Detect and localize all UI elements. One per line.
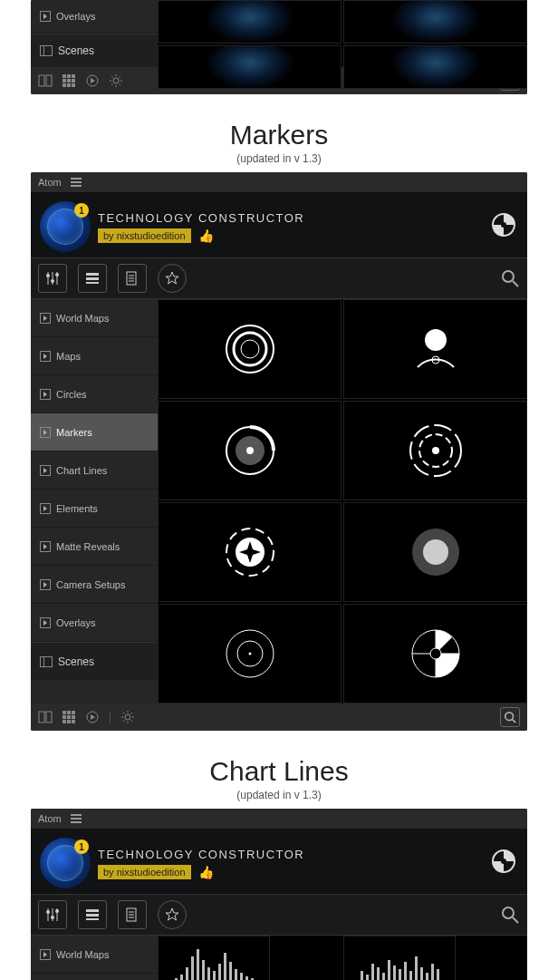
thumbnail[interactable]: [343, 936, 456, 980]
svg-point-92: [55, 909, 59, 913]
play-icon: [40, 351, 51, 362]
sidebar-item-maps[interactable]: Maps: [31, 337, 158, 375]
svg-rect-93: [86, 909, 99, 912]
sidebar-item-camera-setups[interactable]: Camera Setups: [31, 566, 158, 604]
star-button[interactable]: [158, 900, 187, 929]
play-circle-icon[interactable]: [85, 710, 100, 724]
thumbs-up-icon[interactable]: 👍: [198, 228, 214, 243]
svg-point-29: [51, 279, 54, 283]
sidebar-item-label: Chart Lines: [56, 465, 107, 476]
thumbnail[interactable]: [343, 604, 527, 703]
svg-point-57: [248, 653, 251, 655]
notification-badge: 1: [74, 203, 89, 218]
menu-icon[interactable]: [71, 814, 82, 823]
sidebar-item-world-maps[interactable]: World Maps: [31, 936, 158, 974]
sliders-icon: [44, 270, 61, 286]
thumbnail[interactable]: [343, 0, 527, 44]
svg-rect-32: [86, 277, 99, 280]
document-icon: [124, 270, 140, 286]
play-circle-icon[interactable]: [85, 73, 100, 88]
svg-point-86: [501, 859, 506, 864]
markers-panel: Atom 1 TECHNOLOGY CONSTRUCTOR by nixstud…: [31, 172, 527, 731]
sidebar-item-label: Maps: [56, 351, 81, 362]
svg-point-30: [55, 273, 59, 277]
gear-icon[interactable]: [120, 710, 135, 724]
grid-icon[interactable]: [62, 710, 76, 724]
svg-point-47: [246, 447, 254, 454]
svg-rect-31: [86, 273, 99, 276]
svg-rect-95: [86, 918, 99, 920]
brand-logo: 1: [40, 201, 91, 252]
sidebar-item-world-maps[interactable]: World Maps: [31, 299, 158, 337]
sliders-button[interactable]: [38, 264, 67, 293]
section-subtitle-chartlines: (updated in v 1.3): [0, 789, 558, 801]
list-button[interactable]: [78, 264, 107, 293]
thumbs-up-icon[interactable]: 👍: [198, 865, 214, 879]
svg-line-101: [513, 917, 518, 923]
scenes-icon: [40, 656, 53, 667]
grid-icon[interactable]: [62, 73, 76, 88]
sidebar-item-label: Overlays: [56, 617, 95, 628]
thumbnail[interactable]: [158, 45, 342, 89]
thumbnail[interactable]: [158, 0, 342, 44]
svg-point-12: [113, 78, 119, 83]
svg-line-79: [123, 713, 125, 714]
sidebar-item-matte-reveals[interactable]: Matte Reveals: [31, 528, 158, 566]
marker-graphic: [407, 625, 465, 683]
sidebar-scenes[interactable]: Scenes: [31, 34, 158, 67]
play-icon: [40, 313, 51, 324]
toolbar: [31, 257, 527, 299]
thumbnail[interactable]: [343, 299, 527, 399]
thumbnail[interactable]: [158, 936, 270, 980]
sidebar-item-label: Elements: [56, 503, 98, 514]
marker-graphic: [407, 320, 465, 378]
thumbnail[interactable]: [158, 401, 342, 500]
document-button[interactable]: [118, 900, 147, 929]
scenes-label: Scenes: [58, 655, 94, 668]
svg-point-83: [505, 713, 514, 721]
target-icon[interactable]: [491, 849, 516, 874]
sidebar-item-overlays[interactable]: Overlays: [31, 0, 158, 34]
layout-columns-icon[interactable]: [38, 710, 53, 724]
sidebar-item-circles[interactable]: Circles: [31, 375, 158, 413]
section-title-chartlines: Chart Lines: [0, 756, 558, 787]
thumbnail[interactable]: [343, 401, 527, 500]
menu-icon[interactable]: [71, 178, 82, 187]
search-button[interactable]: [500, 707, 520, 727]
svg-point-91: [51, 916, 54, 919]
marker-graphic: [221, 625, 279, 683]
search-icon: [504, 711, 516, 723]
panel-titlebar: Atom: [31, 172, 527, 192]
search-icon[interactable]: [500, 268, 520, 288]
svg-point-42: [241, 340, 259, 358]
sidebar-item-elements[interactable]: Elements: [31, 490, 158, 528]
target-icon[interactable]: [491, 212, 516, 238]
svg-rect-1: [46, 75, 52, 86]
panel-title-text: Atom: [38, 177, 62, 188]
play-icon: [40, 389, 51, 400]
gear-icon[interactable]: [109, 73, 123, 88]
list-button[interactable]: [78, 900, 107, 929]
sidebar-item-chart-lines[interactable]: Chart Lines: [31, 451, 158, 490]
thumbnail[interactable]: [343, 45, 527, 89]
search-icon[interactable]: [500, 905, 520, 925]
svg-rect-7: [72, 79, 75, 82]
svg-line-82: [131, 713, 133, 714]
thumbnail[interactable]: [158, 502, 342, 602]
sidebar-item-label: Overlays: [56, 11, 95, 22]
svg-line-80: [131, 721, 133, 723]
sidebar-item-markers[interactable]: Markers: [31, 413, 158, 451]
list-icon: [84, 907, 101, 923]
svg-rect-67: [63, 715, 66, 719]
sidebar-item-overlays[interactable]: Overlays: [31, 604, 158, 642]
document-button[interactable]: [118, 264, 147, 293]
star-button[interactable]: [158, 264, 187, 293]
thumbnail[interactable]: [343, 502, 527, 602]
thumbnail[interactable]: [158, 299, 342, 399]
sidebar-scenes[interactable]: Scenes: [31, 642, 158, 680]
brand-title: TECHNOLOGY CONSTRUCTOR: [98, 211, 304, 225]
layout-columns-icon[interactable]: [38, 73, 53, 88]
thumbnail[interactable]: [158, 604, 342, 703]
sliders-button[interactable]: [38, 900, 67, 929]
panel-bottom-bar: |: [31, 703, 527, 731]
